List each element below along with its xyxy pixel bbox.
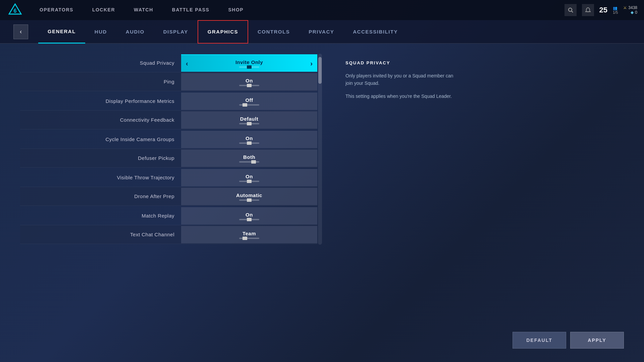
setting-row-drone: Drone After Prep Automatic [20, 187, 317, 206]
cycle-camera-box[interactable]: On [181, 131, 317, 148]
nav-shop[interactable]: SHOP [219, 0, 253, 20]
scrollbar-thumb[interactable] [318, 57, 322, 84]
svg-point-2 [569, 8, 572, 11]
ping-box[interactable]: On [181, 73, 317, 90]
perf-metrics-control[interactable]: Off [181, 93, 317, 110]
tab-privacy[interactable]: PRIVACY [299, 20, 343, 44]
tab-general[interactable]: GENERAL [38, 20, 85, 44]
player-level: 25 [599, 6, 607, 14]
defuser-box[interactable]: Both [181, 149, 317, 167]
squad-privacy-label: Squad Privacy [20, 60, 181, 66]
nav-menu: OPERATORS LOCKER WATCH BATTLE PASS SHOP [30, 0, 565, 20]
tab-accessibility[interactable]: ACCESSIBILITY [343, 20, 407, 44]
squad-privacy-thumb [247, 65, 252, 69]
match-replay-slider [239, 219, 259, 220]
setting-row-squad-privacy: Squad Privacy ‹ Invite Only › [20, 54, 317, 72]
perf-metrics-slider [239, 104, 259, 106]
connectivity-thumb [247, 122, 252, 125]
info-paragraph-1: Only players invited by you or a Squad m… [345, 72, 460, 87]
navbar: 6 OPERATORS LOCKER WATCH BATTLE PASS SHO… [0, 0, 644, 20]
svg-line-3 [572, 11, 573, 12]
match-replay-box[interactable]: On [181, 207, 317, 225]
throw-traj-value: On [246, 174, 253, 179]
ping-thumb [247, 84, 252, 87]
perf-metrics-thumb [243, 103, 247, 107]
connectivity-value: Default [240, 116, 258, 122]
text-chat-control[interactable]: Team [181, 226, 317, 243]
throw-traj-slider [239, 181, 259, 182]
ping-value: On [246, 78, 253, 83]
tab-controls[interactable]: CONTROLS [248, 20, 299, 44]
info-panel: SQUAD PRIVACY Only players invited by yo… [335, 54, 470, 352]
tab-graphics[interactable]: GRAPHICS [198, 20, 248, 44]
settings-panel: Squad Privacy ‹ Invite Only › [20, 54, 322, 352]
match-replay-thumb [247, 218, 252, 221]
match-replay-label: Match Replay [20, 213, 181, 219]
ping-slider [239, 85, 259, 86]
setting-row-perf-metrics: Display Performance Metrics Off [20, 92, 317, 111]
nav-operators[interactable]: OPERATORS [30, 0, 83, 20]
perf-metrics-box[interactable]: Off [181, 93, 317, 110]
connectivity-box[interactable]: Default [181, 111, 317, 129]
defuser-value: Both [243, 154, 255, 160]
connectivity-control[interactable]: Default [181, 111, 317, 129]
apply-button[interactable]: APPLY [570, 332, 624, 349]
perf-metrics-value: Off [245, 97, 253, 103]
drone-box[interactable]: Automatic [181, 188, 317, 205]
nav-battlepass[interactable]: BATTLE PASS [163, 0, 219, 20]
squad-privacy-control[interactable]: ‹ Invite Only › [181, 54, 317, 72]
text-chat-box[interactable]: Team [181, 226, 317, 243]
squad-privacy-next[interactable]: › [310, 59, 313, 67]
info-title: SQUAD PRIVACY [345, 60, 460, 65]
cycle-camera-control[interactable]: On [181, 131, 317, 148]
drone-value: Automatic [236, 192, 262, 198]
throw-traj-label: Visible Throw Trajectory [20, 175, 181, 180]
squad-privacy-slider [239, 66, 259, 68]
cycle-camera-value: On [246, 135, 253, 141]
setting-row-connectivity: Connectivity Feedback Default [20, 111, 317, 129]
match-replay-control[interactable]: On [181, 207, 317, 225]
tab-hud[interactable]: HUD [85, 20, 116, 44]
settings-scrollable: Squad Privacy ‹ Invite Only › [20, 54, 322, 245]
setting-row-defuser: Defuser Pickup Both [20, 149, 317, 168]
throw-traj-thumb [247, 180, 252, 183]
game-logo: 6 [7, 2, 23, 18]
nav-locker[interactable]: LOCKER [83, 0, 124, 20]
drone-label: Drone After Prep [20, 193, 181, 199]
defuser-control[interactable]: Both [181, 149, 317, 167]
squad-privacy-box[interactable]: ‹ Invite Only › [181, 54, 317, 72]
text-chat-thumb [243, 237, 247, 240]
back-button[interactable]: ‹ [13, 24, 28, 39]
svg-text:6: 6 [14, 8, 17, 14]
setting-row-ping: Ping On [20, 72, 317, 91]
search-button[interactable] [565, 4, 577, 16]
drone-slider [239, 199, 259, 201]
cycle-camera-thumb [247, 141, 252, 145]
defuser-thumb [251, 160, 256, 164]
settings-tabs: ‹ GENERAL HUD AUDIO DISPLAY GRAPHICS CON… [0, 20, 644, 44]
throw-traj-box[interactable]: On [181, 169, 317, 186]
squad-privacy-value: Invite Only [235, 59, 263, 65]
text-chat-label: Text Chat Channel [20, 232, 181, 237]
tab-audio[interactable]: AUDIO [116, 20, 154, 44]
ping-label: Ping [20, 79, 181, 84]
settings-rows: Squad Privacy ‹ Invite Only › [20, 54, 317, 245]
drone-thumb [247, 198, 252, 202]
currency-display: ⚔ 3438 ◆ 0 [623, 5, 637, 15]
cycle-camera-label: Cycle Inside Camera Groups [20, 136, 181, 142]
tab-display[interactable]: DISPLAY [154, 20, 198, 44]
navbar-right: 25 👥 1/5 ⚔ 3438 ◆ 0 [565, 4, 637, 16]
throw-traj-control[interactable]: On [181, 169, 317, 186]
default-button[interactable]: DEFAULT [513, 332, 566, 349]
notifications-button[interactable] [582, 4, 594, 16]
defuser-label: Defuser Pickup [20, 155, 181, 161]
squad-privacy-prev[interactable]: ‹ [186, 59, 188, 67]
cycle-camera-slider [239, 142, 259, 144]
settings-scrollbar[interactable] [318, 54, 322, 245]
text-chat-value: Team [243, 231, 256, 236]
info-paragraph-2: This setting applies when you're the Squ… [345, 93, 460, 100]
nav-watch[interactable]: WATCH [124, 0, 163, 20]
bottom-buttons: DEFAULT APPLY [513, 332, 624, 349]
ping-control[interactable]: On [181, 73, 317, 90]
drone-control[interactable]: Automatic [181, 188, 317, 205]
